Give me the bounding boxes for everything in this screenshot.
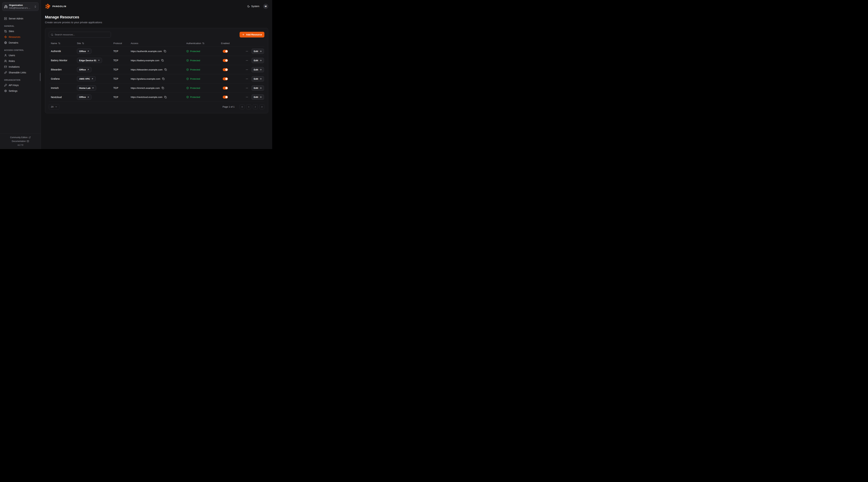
arrow-up-right-icon (91, 78, 93, 80)
enabled-toggle[interactable] (223, 50, 228, 53)
column-header-protocol: Protocol (111, 40, 129, 46)
sidebar-item-domains[interactable]: Domains (2, 40, 38, 45)
arrow-up-right-icon (92, 87, 94, 89)
edit-button[interactable]: Edit (252, 58, 264, 63)
shield-check-icon (186, 59, 189, 62)
row-menu-button[interactable] (245, 95, 249, 99)
arrow-up-right-icon (98, 59, 100, 61)
protocol-cell: TCP (111, 87, 129, 89)
chevron-right-icon (254, 106, 256, 108)
column-header-site[interactable]: Site (75, 40, 111, 46)
arrow-up-right-icon (87, 68, 89, 71)
copy-icon[interactable] (161, 59, 164, 62)
auth-status-badge: Protected (184, 96, 219, 98)
site-link-button[interactable]: Office (77, 67, 92, 72)
card-toolbar: Add Resource (49, 32, 265, 37)
sidebar-item-api-keys[interactable]: API Keys (2, 82, 38, 88)
edit-button[interactable]: Edit (252, 85, 264, 91)
row-menu-button[interactable] (245, 77, 249, 81)
site-link-button[interactable]: Home Lab (77, 85, 96, 91)
row-menu-button[interactable] (245, 50, 249, 53)
row-menu-button[interactable] (245, 87, 249, 90)
sort-icon[interactable] (202, 42, 205, 44)
edit-button[interactable]: Edit (252, 94, 264, 100)
column-header-name[interactable]: Name (49, 40, 75, 46)
previous-page-button[interactable] (246, 104, 251, 109)
sidebar-item-settings[interactable]: Settings (2, 88, 38, 94)
copy-icon[interactable] (164, 96, 167, 99)
chevron-down-icon (55, 106, 57, 108)
edit-button[interactable]: Edit (252, 76, 264, 82)
copy-icon[interactable] (164, 68, 167, 71)
site-link-button[interactable]: AWS VPC (77, 76, 96, 82)
sidebar-item-shareable-links[interactable]: Shareable Links (2, 70, 38, 75)
next-page-button[interactable] (253, 104, 258, 109)
resource-name-cell: Battery Monitor (49, 59, 75, 62)
moon-icon (247, 5, 250, 8)
first-page-button[interactable] (240, 104, 245, 109)
topbar: PANGOLIN System M (41, 0, 272, 12)
access-url: https://bitwarden.example.com (131, 68, 162, 71)
page-size-select[interactable]: 20 (49, 104, 59, 109)
sidebar-item-roles[interactable]: Roles (2, 58, 38, 64)
app-version: v1.7.0 (2, 143, 39, 147)
site-link-button[interactable]: Edge Device 01 (77, 58, 102, 63)
shield-check-icon (186, 77, 189, 80)
sidebar-scrollbar[interactable] (40, 73, 40, 81)
row-menu-button[interactable] (245, 59, 249, 62)
pagination-bar: 20 Page 1 of 1 (49, 104, 265, 109)
mail-check-icon (4, 65, 7, 68)
sidebar-item-invitations[interactable]: Invitations (2, 64, 38, 70)
org-selector[interactable]: Organization milo@fossorial.io's ... (2, 2, 38, 11)
user-avatar[interactable]: M (263, 4, 268, 9)
theme-selector[interactable]: System (247, 5, 259, 8)
copy-icon[interactable] (163, 50, 166, 53)
row-menu-button[interactable] (245, 68, 249, 71)
protocol-cell: TCP (111, 68, 129, 71)
plus-icon (242, 33, 245, 36)
search-icon (51, 33, 53, 36)
enabled-toggle[interactable] (223, 68, 228, 71)
table-row: Grafana AWS VPC TCP https://grafana.exam… (49, 74, 265, 83)
key-icon (4, 84, 7, 87)
page-header: Manage Resources Create secure proxies t… (41, 12, 272, 24)
enabled-toggle[interactable] (223, 87, 228, 90)
sidebar-item-server-admin[interactable]: Server Admin (2, 15, 38, 21)
copy-icon[interactable] (162, 77, 165, 80)
sort-icon[interactable] (58, 42, 60, 44)
edit-button[interactable]: Edit (252, 49, 264, 54)
shield-check-icon (186, 96, 189, 98)
enabled-toggle[interactable] (223, 96, 228, 99)
external-link-icon (29, 136, 31, 138)
sidebar-item-resources[interactable]: Resources (2, 34, 38, 40)
access-cell: https://nextcloud.example.com (129, 96, 184, 99)
column-header-access: Access (129, 40, 184, 46)
auth-status-badge: Protected (184, 77, 219, 80)
enabled-toggle[interactable] (223, 77, 228, 80)
auth-status-badge: Protected (184, 50, 219, 53)
documentation-link[interactable]: Documentation (2, 139, 39, 143)
copy-icon[interactable] (161, 87, 164, 90)
sidebar-item-users[interactable]: Users (2, 53, 38, 58)
site-link-button[interactable]: Office (77, 95, 92, 100)
resources-card: Add Resource Name Site Protocol Access (45, 28, 268, 113)
resource-name-cell: Grafana (49, 77, 75, 80)
protocol-cell: TCP (111, 50, 129, 53)
chevrons-left-icon (241, 106, 243, 108)
add-resource-button[interactable]: Add Resource (240, 32, 265, 37)
enabled-toggle[interactable] (223, 59, 228, 62)
globe-icon (4, 41, 7, 44)
site-link-button[interactable]: Office (77, 49, 92, 54)
access-cell: https://grafana.example.com (129, 77, 184, 80)
edit-button[interactable]: Edit (252, 67, 264, 72)
user-icon (4, 54, 7, 57)
community-edition-link[interactable]: Community Edition (2, 135, 39, 139)
search-input[interactable] (55, 33, 109, 36)
sidebar-item-sites[interactable]: Sites (2, 28, 38, 34)
app-window: Organization milo@fossorial.io's ... Ser… (0, 0, 272, 149)
sort-icon[interactable] (82, 42, 84, 44)
nav-section-access-control: ACCESS CONTROL (4, 49, 37, 51)
column-header-enabled: Enabled (219, 40, 242, 46)
last-page-button[interactable] (259, 104, 265, 109)
column-header-authentication[interactable]: Authentication (184, 40, 219, 46)
